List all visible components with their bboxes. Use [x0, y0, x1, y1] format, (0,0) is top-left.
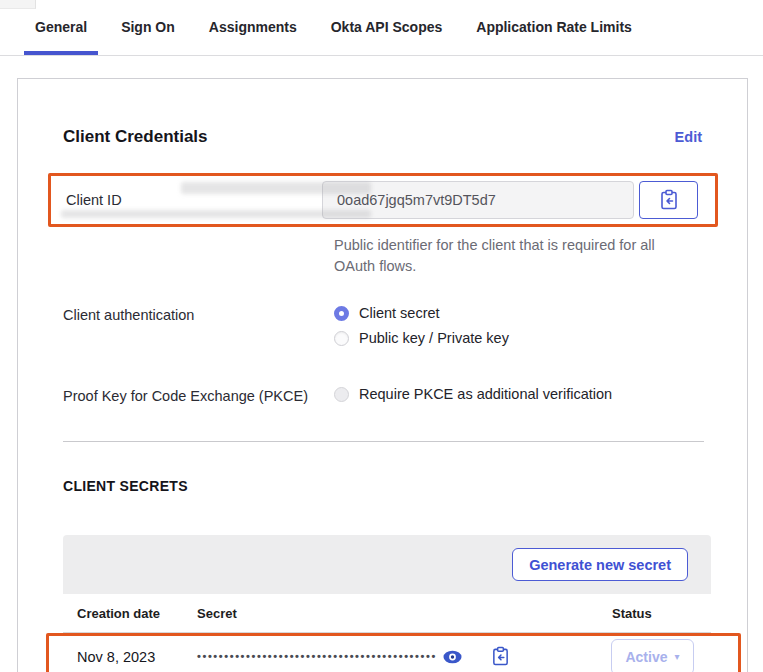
pkce-option-label: Require PKCE as additional verification [359, 386, 612, 402]
masked-secret-value: ••••••••••••••••••••••••••••••••••••••••… [197, 651, 437, 662]
eye-icon [443, 650, 462, 664]
radio-public-private-key-label: Public key / Private key [359, 330, 509, 346]
pkce-label: Proof Key for Code Exchange (PKCE) [63, 386, 334, 404]
column-header-creation-date: Creation date [77, 606, 197, 621]
radio-client-secret[interactable]: Client secret [334, 305, 509, 321]
pkce-row: Proof Key for Code Exchange (PKCE) Requi… [63, 386, 702, 404]
client-secrets-toolbar: Generate new secret [63, 535, 711, 594]
tab-assignments[interactable]: Assignments [198, 0, 308, 55]
checkbox-unchecked-icon[interactable] [334, 387, 349, 402]
radio-unselected-icon[interactable] [334, 331, 349, 346]
tab-sign-on[interactable]: Sign On [110, 0, 186, 55]
client-authentication-row: Client authentication Client secret Publ… [63, 305, 702, 346]
client-authentication-label: Client authentication [63, 305, 334, 323]
secret-creation-date: Nov 8, 2023 [77, 649, 197, 665]
generate-new-secret-button[interactable]: Generate new secret [512, 548, 688, 581]
section-title-client-credentials: Client Credentials [63, 127, 208, 147]
tab-general[interactable]: General [24, 0, 98, 55]
edit-link[interactable]: Edit [675, 129, 702, 145]
column-header-secret: Secret [197, 606, 612, 621]
reveal-secret-button[interactable] [443, 650, 462, 664]
okta-app-settings-page: General Sign On Assignments Okta API Sco… [0, 0, 763, 672]
radio-public-private-key[interactable]: Public key / Private key [334, 330, 509, 346]
tab-okta-api-scopes[interactable]: Okta API Scopes [320, 0, 454, 55]
column-header-status: Status [612, 606, 711, 621]
client-credentials-card: Client Credentials Edit Client ID [17, 78, 748, 672]
app-tabs: General Sign On Assignments Okta API Sco… [0, 0, 763, 56]
chevron-down-icon: ▾ [675, 651, 680, 662]
pkce-checkbox-option[interactable]: Require PKCE as additional verification [334, 386, 612, 402]
radio-selected-icon[interactable] [334, 306, 349, 321]
clipboard-copy-icon [659, 189, 679, 211]
status-dropdown[interactable]: Active ▾ [611, 639, 694, 672]
client-id-field-group [322, 181, 698, 219]
blurred-artifact [61, 210, 371, 218]
radio-client-secret-label: Client secret [359, 305, 440, 321]
section-divider [63, 441, 704, 442]
secret-row-highlight-box: Nov 8, 2023 ••••••••••••••••••••••••••••… [46, 633, 741, 672]
client-id-help-text: Public identifier for the client that is… [334, 235, 682, 277]
client-secrets-title: CLIENT SECRETS [63, 478, 702, 494]
clipboard-copy-icon [491, 646, 510, 667]
copy-client-id-button[interactable] [639, 181, 698, 219]
copy-secret-button[interactable] [491, 646, 510, 667]
client-id-highlight-box: Client ID [48, 173, 718, 227]
secrets-table-header: Creation date Secret Status [63, 594, 711, 633]
status-label: Active [625, 649, 667, 665]
blurred-artifact [181, 182, 371, 194]
card-header: Client Credentials Edit [63, 127, 702, 147]
client-id-label: Client ID [66, 192, 322, 208]
tab-application-rate-limits[interactable]: Application Rate Limits [465, 0, 643, 55]
client-authentication-options: Client secret Public key / Private key [334, 305, 509, 346]
